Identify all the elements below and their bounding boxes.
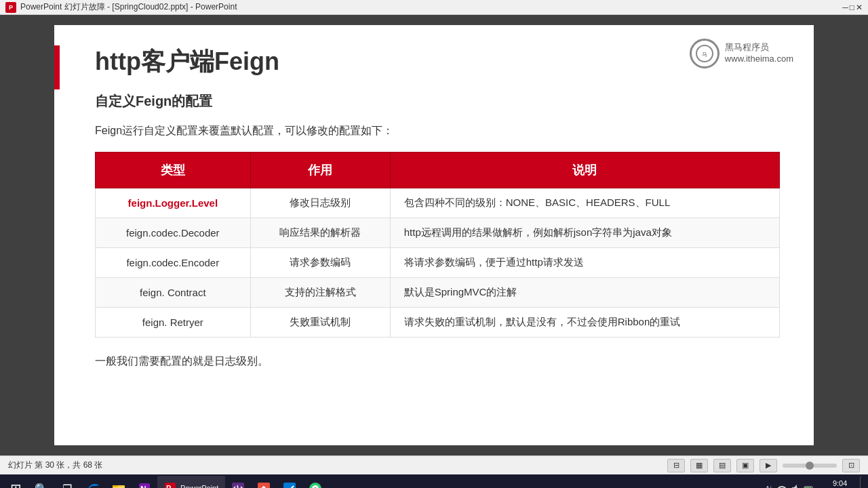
- cell-desc-1: http远程调用的结果做解析，例如解析json字符串为java对象: [390, 218, 779, 248]
- svg-text:马: 马: [702, 52, 707, 58]
- code-editor-button[interactable]: [225, 476, 251, 488]
- zoom-slider[interactable]: [783, 464, 837, 468]
- systray: Ai: [757, 483, 820, 488]
- window-controls: ─ □ ✕: [842, 3, 863, 12]
- taskbar: ⊞ 🔍 ❐ N P PowerPoint ◆ Ai: [0, 474, 868, 488]
- view-slide-btn[interactable]: ▤: [713, 459, 731, 472]
- onenote-button[interactable]: N: [132, 476, 157, 488]
- cell-type-4: feign. Retryer: [96, 308, 251, 338]
- table-row: feign.codec.Decoder响应结果的解析器http远程调用的结果做解…: [96, 218, 780, 248]
- slide: 马 黑马程序员 www.itheima.com http客户端Feign 自定义…: [54, 25, 814, 445]
- view-normal-btn[interactable]: ⊟: [667, 459, 685, 472]
- table-row: feign. Contract支持的注解格式默认是SpringMVC的注解: [96, 278, 780, 308]
- app6-button[interactable]: ◆: [251, 476, 277, 488]
- cell-type-0: feign.Logger.Level: [96, 188, 251, 218]
- col-header-type: 类型: [96, 152, 251, 188]
- window-title: PowerPoint 幻灯片故障 - [SpringCloud02.pptx] …: [20, 1, 842, 13]
- table-row: feign.codec.Encoder请求参数编码将请求参数编码，便于通过htt…: [96, 248, 780, 278]
- volume-icon[interactable]: [790, 483, 801, 488]
- statusbar-right: ⊟ ▦ ▤ ▣ ▶ ⊡: [667, 459, 860, 472]
- table-row: feign. Retryer失败重试机制请求失败的重试机制，默认是没有，不过会使…: [96, 308, 780, 338]
- cell-action-3: 支持的注解格式: [250, 278, 390, 308]
- cell-desc-2: 将请求参数编码，便于通过http请求发送: [390, 248, 779, 278]
- start-button[interactable]: ⊞: [3, 476, 28, 488]
- logo-text: 黑马程序员 www.itheima.com: [725, 42, 793, 65]
- logo: 马 黑马程序员 www.itheima.com: [690, 39, 793, 68]
- task-view-button[interactable]: ❐: [54, 476, 80, 488]
- cell-type-1: feign.codec.Decoder: [96, 218, 251, 248]
- logo-icon: 马: [695, 44, 714, 63]
- cell-action-1: 响应结果的解析器: [250, 218, 390, 248]
- edge-button[interactable]: [80, 476, 106, 488]
- slideshow-btn[interactable]: ▶: [760, 459, 777, 472]
- maximize-button[interactable]: □: [850, 3, 854, 12]
- app-icon: P: [5, 2, 16, 13]
- svg-text:P: P: [166, 484, 171, 488]
- cell-desc-0: 包含四种不同的级别：NONE、BASIC、HEADERS、FULL: [390, 188, 779, 218]
- cell-type-3: feign. Contract: [96, 278, 251, 308]
- app8-button[interactable]: [302, 476, 328, 488]
- slide-container: 马 黑马程序员 www.itheima.com http客户端Feign 自定义…: [0, 15, 868, 455]
- taskbar-clock[interactable]: 9:04 2021/8/7: [820, 479, 860, 488]
- todo-button[interactable]: [277, 476, 302, 488]
- slide-accent-bar: [54, 45, 60, 89]
- titlebar: P PowerPoint 幻灯片故障 - [SpringCloud02.pptx…: [0, 0, 868, 15]
- explorer-button[interactable]: [106, 476, 132, 488]
- svg-text:◆: ◆: [260, 484, 267, 488]
- highlight-type-0: feign.Logger.Level: [128, 197, 218, 209]
- cell-action-0: 修改日志级别: [250, 188, 390, 218]
- logo-circle: 马: [690, 39, 719, 68]
- statusbar: 幻灯片 第 30 张，共 68 张 ⊟ ▦ ▤ ▣ ▶ ⊡: [0, 455, 868, 474]
- network-icon[interactable]: [776, 483, 787, 488]
- search-button[interactable]: 🔍: [28, 476, 54, 488]
- cell-desc-4: 请求失败的重试机制，默认是没有，不过会使用Ribbon的重试: [390, 308, 779, 338]
- svg-rect-13: [283, 483, 296, 488]
- svg-rect-3: [113, 485, 118, 487]
- col-header-desc: 说明: [390, 152, 779, 188]
- slide-footer-text: 一般我们需要配置的就是日志级别。: [95, 354, 780, 369]
- slide-content: http客户端Feign 自定义Feign的配置 Feign运行自定义配置来覆盖…: [54, 25, 814, 389]
- lang-indicator[interactable]: Ai: [763, 483, 774, 488]
- minimize-button[interactable]: ─: [842, 3, 848, 12]
- powerpoint-button[interactable]: P PowerPoint: [157, 476, 225, 488]
- view-outline-btn[interactable]: ▦: [690, 459, 708, 472]
- slide-subtitle: 自定义Feign的配置: [95, 92, 780, 110]
- zoom-thumb: [806, 462, 814, 470]
- cell-type-2: feign.codec.Encoder: [96, 248, 251, 278]
- cell-action-4: 失败重试机制: [250, 308, 390, 338]
- svg-text:N: N: [140, 485, 146, 488]
- view-reading-btn[interactable]: ▣: [736, 459, 754, 472]
- show-desktop-btn[interactable]: [860, 476, 865, 488]
- cell-action-2: 请求参数编码: [250, 248, 390, 278]
- slide-count: 幻灯片 第 30 张，共 68 张: [8, 460, 102, 471]
- battery-icon: [804, 483, 814, 488]
- close-button[interactable]: ✕: [856, 3, 863, 12]
- clock-time: 9:04: [825, 479, 854, 488]
- fit-slide-btn[interactable]: ⊡: [842, 459, 860, 472]
- col-header-action: 作用: [250, 152, 390, 188]
- statusbar-left: 幻灯片 第 30 张，共 68 张: [8, 460, 102, 471]
- table-header-row: 类型 作用 说明: [96, 152, 780, 188]
- slide-title: http客户端Feign: [95, 45, 780, 79]
- feign-table: 类型 作用 说明 feign.Logger.Level修改日志级别包含四种不同的…: [95, 152, 780, 338]
- cell-desc-3: 默认是SpringMVC的注解: [390, 278, 779, 308]
- table-row: feign.Logger.Level修改日志级别包含四种不同的级别：NONE、B…: [96, 188, 780, 218]
- slide-description: Feign运行自定义配置来覆盖默认配置，可以修改的配置如下：: [95, 124, 780, 138]
